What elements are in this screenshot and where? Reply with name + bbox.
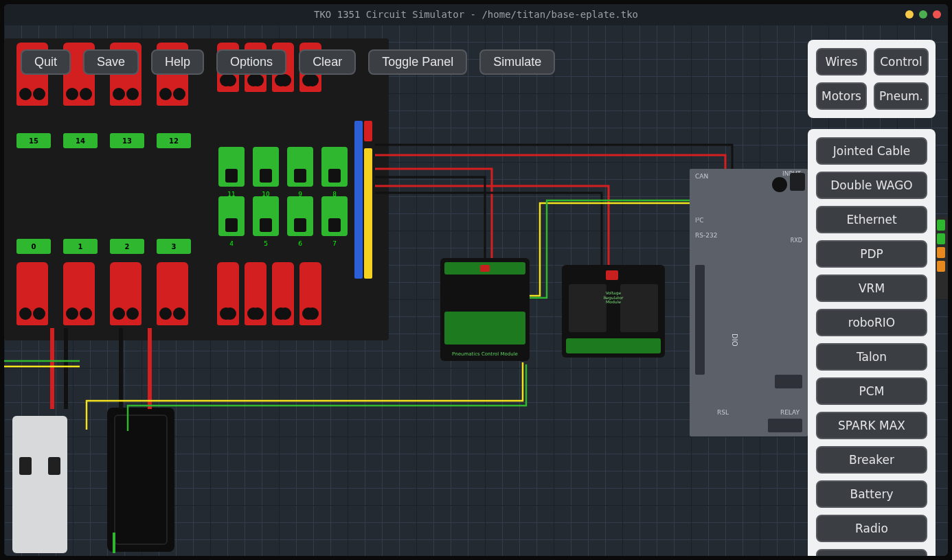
fuse-icon[interactable] [157,262,188,325]
vrm-label: Voltage Regulator Module [603,291,624,305]
fuse-small-icon[interactable] [272,262,294,325]
pdp-channel[interactable]: 4 [218,196,245,236]
comp-roborio[interactable]: roboRIO [816,309,927,336]
pdp-slot[interactable]: 3 [157,239,191,254]
pin-header-icon[interactable] [695,265,705,375]
rio-rsl-label: RSL [717,409,729,416]
window-controls [905,10,941,19]
fuse-small-icon[interactable] [299,262,321,325]
pdp-slot[interactable]: 0 [16,239,51,254]
pin-header-icon[interactable] [768,419,802,432]
pdp-channel[interactable]: 5 [253,196,279,236]
battery-component[interactable] [12,416,67,553]
vrm-board[interactable]: Voltage Regulator Module [562,265,665,358]
strip-blue-icon [354,121,363,279]
close-icon[interactable] [933,10,941,19]
strip-red-icon [364,121,372,141]
pcm-board[interactable]: Pneumatics Control Module [440,258,530,361]
pdp-slot[interactable]: 13 [110,133,144,148]
pin-header-icon[interactable] [775,375,802,388]
category-panel: Wires Control Motors Pneum. [808,40,936,118]
app-window: TKO 1351 Circuit Simulator - /home/titan… [4,4,948,556]
rio-rxd-label: RXD [791,237,802,244]
terminal-orange-icon [937,247,945,258]
power-jack-icon[interactable] [772,177,787,192]
options-button[interactable]: Options [216,49,286,75]
category-wires[interactable]: Wires [816,48,867,75]
maximize-icon[interactable] [919,10,927,19]
pcm-label: Pneumatics Control Module [440,351,530,357]
fuse-small-icon[interactable] [245,262,267,325]
simulate-button[interactable]: Simulate [479,49,555,75]
comp-jointed-cable[interactable]: Jointed Cable [816,137,927,165]
component-panel: Jointed Cable Double WAGO Ethernet PDP V… [808,129,936,556]
canvas[interactable]: Quit Save Help Options Clear Toggle Pane… [4,25,948,556]
quit-button[interactable]: Quit [21,49,71,75]
comp-ethernet[interactable]: Ethernet [816,206,927,233]
terminal-green-icon [937,233,945,244]
pdp-channel[interactable]: 8 [321,147,348,187]
comp-vrm[interactable]: VRM [816,275,927,302]
comp-battery[interactable]: Battery [816,480,927,508]
comp-talon[interactable]: Talon [816,343,927,371]
fuse-icon[interactable] [110,262,141,325]
pdp-channel[interactable]: 6 [287,196,313,236]
comp-double-wago[interactable]: Double WAGO [816,172,927,199]
category-motors[interactable]: Motors [816,82,867,110]
pdp-channel[interactable]: 11 [218,147,245,187]
battery-terminal-icon [19,457,32,475]
titlebar: TKO 1351 Circuit Simulator - /home/titan… [4,4,948,25]
terminal-orange-icon [937,261,945,272]
terminal-green-icon [937,220,945,231]
toggle-panel-button[interactable]: Toggle Panel [368,49,467,75]
window-title: TKO 1351 Circuit Simulator - /home/titan… [314,9,638,20]
edge-connector[interactable] [934,217,948,299]
roborio-board[interactable]: CAN INPUT RS-232 I²C RXD RSL RELAY DIO [690,169,808,436]
pdp-channel[interactable]: 10 [253,147,279,187]
pdp-slot[interactable]: 2 [110,239,144,254]
pdp-channel[interactable]: 9 [287,147,313,187]
rio-dio-label: DIO [731,334,738,347]
comp-spark-max[interactable]: SPARK MAX [816,412,927,439]
pdp-slot[interactable]: 12 [157,133,191,148]
save-button[interactable]: Save [83,49,139,75]
strip-yellow-icon [364,148,372,279]
pdp-channel[interactable]: 7 [321,196,348,236]
category-pneum[interactable]: Pneum. [874,82,929,110]
clear-button[interactable]: Clear [299,49,356,75]
rio-can-label: CAN [695,173,708,180]
fuse-small-icon[interactable] [217,262,239,325]
pdp-side-connectors [354,121,382,279]
main-toolbar: Quit Save Help Options Clear Toggle Pane… [21,49,555,75]
pdp-board[interactable]: 15 14 13 12 11 10 9 8 4 5 6 7 0 1 [4,38,389,340]
pdp-slot[interactable]: 14 [63,133,98,148]
comp-breaker[interactable]: Breaker [816,446,927,474]
comp-pcm[interactable]: PCM [816,377,927,405]
rio-rs232-label: RS-232 [695,232,717,239]
minimize-icon[interactable] [905,10,914,19]
comp-radio[interactable]: Radio [816,515,927,542]
fuse-icon[interactable] [16,262,48,325]
category-control[interactable]: Control [874,48,929,75]
pdp-slot[interactable]: 1 [63,239,98,254]
breaker-component[interactable] [107,408,174,552]
battery-terminal-icon [48,457,60,475]
fuse-icon[interactable] [63,262,95,325]
usb-port-icon[interactable] [790,173,805,191]
rio-i2c-label: I²C [695,217,704,224]
pdp-slot[interactable]: 15 [16,133,51,148]
rio-relay-label: RELAY [780,409,800,416]
comp-eplate[interactable]: E-Plate [816,549,927,556]
comp-pdp[interactable]: PDP [816,240,927,268]
help-button[interactable]: Help [151,49,204,75]
